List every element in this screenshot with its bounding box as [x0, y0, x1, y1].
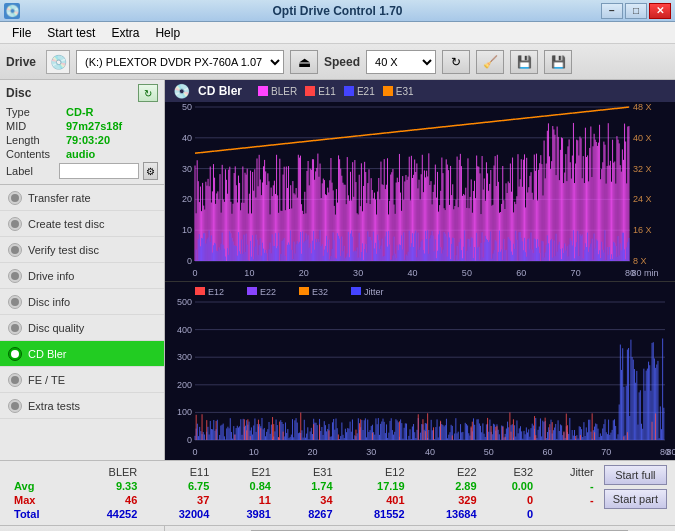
disc-contents-val: audio [66, 148, 95, 160]
stats-max-e31: 34 [277, 493, 339, 507]
stats-total-e32: 0 [483, 507, 539, 521]
disc-type-key: Type [6, 106, 66, 118]
stats-avg-e22: 2.89 [411, 479, 483, 493]
nav-label-disc-info: Disc info [28, 296, 70, 308]
stats-total-e12: 81552 [339, 507, 411, 521]
status-window-button[interactable]: Status window >> [0, 526, 165, 531]
start-full-button[interactable]: Start full [604, 465, 667, 485]
menu-start-test[interactable]: Start test [39, 24, 103, 42]
nav-cd-bler[interactable]: CD Bler [0, 341, 164, 367]
eject-button[interactable]: ⏏ [290, 50, 318, 74]
stats-col-e32: E32 [483, 465, 539, 479]
stats-max-e12: 401 [339, 493, 411, 507]
nav-label-create-test-disc: Create test disc [28, 218, 104, 230]
speed-label: Speed [324, 55, 360, 69]
title-bar-buttons: − □ ✕ [601, 3, 671, 19]
menu-extra[interactable]: Extra [103, 24, 147, 42]
disc-contents-row: Contents audio [6, 148, 158, 160]
stats-max-row: Max 46 37 11 34 401 329 0 - [8, 493, 600, 507]
legend-e31: E31 [383, 86, 414, 97]
disc-mid-val: 97m27s18f [66, 120, 122, 132]
stats-max-bler: 46 [71, 493, 143, 507]
legend-bler: BLER [258, 86, 297, 97]
save-button[interactable]: 💾 [544, 50, 572, 74]
stats-col-e12: E12 [339, 465, 411, 479]
nav-label-fe-te: FE / TE [28, 374, 65, 386]
nav-disc-quality[interactable]: Disc quality [0, 315, 164, 341]
legend-color-e11 [305, 86, 315, 96]
nav-label-disc-quality: Disc quality [28, 322, 84, 334]
stats-max-e22: 329 [411, 493, 483, 507]
drive-select[interactable]: (K:) PLEXTOR DVDR PX-760A 1.07 [76, 50, 284, 74]
title-bar-left: 💿 [4, 3, 20, 19]
disc-label-key: Label [6, 165, 55, 177]
nav-drive-info[interactable]: Drive info [0, 263, 164, 289]
stats-col-e21: E21 [215, 465, 277, 479]
stats-avg-row: Avg 9.33 6.75 0.84 1.74 17.19 2.89 0.00 … [8, 479, 600, 493]
disc-type-row: Type CD-R [6, 106, 158, 118]
stats-max-label: Max [8, 493, 71, 507]
nav-label-cd-bler: CD Bler [28, 348, 67, 360]
nav-extra-tests[interactable]: Extra tests [0, 393, 164, 419]
stats-avg-bler: 9.33 [71, 479, 143, 493]
stats-buttons: Start full Start part [604, 465, 667, 509]
stats-total-e21: 3981 [215, 507, 277, 521]
nav-icon-disc-quality [8, 321, 22, 335]
nav-icon-fe-te [8, 373, 22, 387]
disc-label-input[interactable] [59, 163, 139, 179]
disc-mid-key: MID [6, 120, 66, 132]
app-icon: 💿 [4, 3, 20, 19]
nav-label-extra-tests: Extra tests [28, 400, 80, 412]
menu-file[interactable]: File [4, 24, 39, 42]
stats-total-label: Total [8, 507, 71, 521]
nav-transfer-rate[interactable]: Transfer rate [0, 185, 164, 211]
label-settings-button[interactable]: ⚙ [143, 162, 158, 180]
start-part-button[interactable]: Start part [604, 489, 667, 509]
stats-col-label [8, 465, 71, 479]
disc-title: Disc [6, 86, 31, 100]
stats-col-e11: E11 [143, 465, 215, 479]
disc-refresh-button[interactable]: ↻ [138, 84, 158, 102]
disc-contents-key: Contents [6, 148, 66, 160]
stats-avg-jitter: - [539, 479, 600, 493]
legend-color-e21 [344, 86, 354, 96]
nav-icon-cd-bler [8, 347, 22, 361]
title-bar-title: Opti Drive Control 1.70 [0, 4, 675, 18]
stats-max-e32: 0 [483, 493, 539, 507]
nav-fe-te[interactable]: FE / TE [0, 367, 164, 393]
minimize-button[interactable]: − [601, 3, 623, 19]
refresh-button[interactable]: ↻ [442, 50, 470, 74]
nav-create-test-disc[interactable]: Create test disc [0, 211, 164, 237]
disc-length-row: Length 79:03:20 [6, 134, 158, 146]
nav-verify-test-disc[interactable]: Verify test disc [0, 237, 164, 263]
burn-button[interactable]: 💾 [510, 50, 538, 74]
chart-lower [165, 282, 675, 460]
legend-label-e31: E31 [396, 86, 414, 97]
legend-e11: E11 [305, 86, 336, 97]
lower-chart-canvas [165, 282, 675, 460]
maximize-button[interactable]: □ [625, 3, 647, 19]
nav-icon-create-test-disc [8, 217, 22, 231]
disc-length-val: 79:03:20 [66, 134, 110, 146]
stats-total-jitter [539, 507, 600, 521]
nav-icon-transfer-rate [8, 191, 22, 205]
legend-label-e11: E11 [318, 86, 336, 97]
status-bar: Status window >> Test completed 100.0% 0… [0, 525, 675, 531]
stats-table: BLER E11 E21 E31 E12 E22 E32 Jitter Avg … [8, 465, 600, 521]
nav-icon-drive-info [8, 269, 22, 283]
close-button[interactable]: ✕ [649, 3, 671, 19]
nav-label-drive-info: Drive info [28, 270, 74, 282]
chart-title-bar: 💿 CD Bler BLER E11 E21 E31 [165, 80, 675, 102]
drive-icon: 💿 [46, 50, 70, 74]
disc-label-row: Label ⚙ [6, 162, 158, 180]
menu-help[interactable]: Help [147, 24, 188, 42]
erase-button[interactable]: 🧹 [476, 50, 504, 74]
disc-panel: Disc ↻ Type CD-R MID 97m27s18f Length 79… [0, 80, 164, 185]
stats-avg-e11: 6.75 [143, 479, 215, 493]
legend-label-e21: E21 [357, 86, 375, 97]
nav-disc-info[interactable]: Disc info [0, 289, 164, 315]
stats-avg-e32: 0.00 [483, 479, 539, 493]
title-bar: 💿 Opti Drive Control 1.70 − □ ✕ [0, 0, 675, 22]
stats-max-jitter: - [539, 493, 600, 507]
speed-select[interactable]: 40 X 8 X 16 X 24 X 32 X 48 X Max [366, 50, 436, 74]
